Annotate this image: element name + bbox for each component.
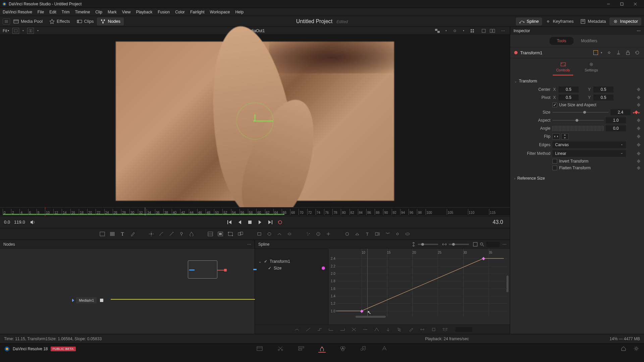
menu-item[interactable]: Fairlight [190, 10, 205, 14]
menu-item[interactable]: Fusion [158, 10, 170, 14]
spline-hflip-icon[interactable] [418, 325, 427, 334]
viewer-option2-dropdown[interactable]: ▾ [460, 28, 468, 34]
cut-page-icon[interactable] [277, 345, 284, 353]
spline-vzoom-icon[interactable] [411, 242, 416, 247]
viewer-more-icon[interactable]: ⋯ [499, 28, 507, 34]
in-timecode[interactable]: 0.0 [4, 220, 10, 225]
menu-item[interactable]: Edit [49, 10, 56, 14]
prender-tool-icon[interactable] [314, 230, 323, 238]
viewer-grid-icon[interactable] [468, 28, 476, 34]
inspector-node-name[interactable]: Transform1 [520, 50, 591, 55]
spline-button[interactable]: Spline [516, 17, 542, 25]
spotlight-tool-icon[interactable] [177, 230, 186, 238]
viewer-layout-icon[interactable] [12, 28, 19, 34]
flip-h-button[interactable] [552, 133, 560, 139]
brush-tool-icon[interactable] [157, 230, 166, 238]
rectangle-mask-icon[interactable] [255, 230, 264, 238]
nodes-canvas[interactable]: MediaIn1 [0, 249, 255, 334]
spline-reverse-icon[interactable] [350, 325, 358, 334]
merge-tool-icon[interactable] [236, 230, 245, 238]
aspect-slider[interactable] [552, 118, 604, 123]
paint-tool-icon[interactable] [128, 230, 137, 238]
media-page-icon[interactable] [256, 345, 263, 353]
tab-tools[interactable]: Tools [549, 37, 574, 45]
aspect-field[interactable]: 1.0 [606, 117, 626, 123]
pemitter-tool-icon[interactable] [324, 230, 333, 238]
spline-zoom-icon[interactable] [480, 242, 484, 247]
pin-icon[interactable] [616, 50, 621, 55]
fairlight-page-icon[interactable] [360, 345, 367, 353]
menu-item[interactable]: DaVinci Resolve [3, 10, 32, 14]
viewer-single-icon[interactable] [480, 28, 488, 34]
color-page-icon[interactable] [339, 345, 346, 353]
transform-tool-icon[interactable] [226, 230, 235, 238]
flip-v-button[interactable] [561, 133, 569, 139]
keyframe-toggle[interactable] [637, 126, 640, 130]
section-transform-header[interactable]: ⌄Transform [514, 77, 640, 85]
size-keyframe-nav[interactable]: ◂▸ [633, 111, 640, 114]
node-mediain[interactable]: MediaIn1 [72, 297, 103, 303]
shape3d-tool-icon[interactable] [343, 230, 352, 238]
pivot-x-field[interactable]: 0.5 [558, 95, 579, 101]
pivot-y-field[interactable]: 0.5 [593, 95, 613, 101]
size-field[interactable]: 2.4 [610, 109, 631, 115]
mediapool-button[interactable]: Media Pool [10, 17, 46, 25]
camera3d-tool-icon[interactable] [373, 230, 382, 238]
keyframes-button[interactable]: Keyframes [542, 17, 577, 25]
viewer-area[interactable] [0, 35, 510, 207]
imageplane3d-tool-icon[interactable] [353, 230, 362, 238]
version-icon[interactable] [593, 50, 598, 55]
angle-dial[interactable] [552, 126, 604, 131]
fastnoise-tool-icon[interactable] [108, 230, 117, 238]
current-timecode[interactable]: 43.0 [493, 219, 503, 225]
spline-fit-icon[interactable] [473, 242, 478, 247]
menu-item[interactable]: Workspace [210, 10, 230, 14]
background-tool-icon[interactable] [98, 230, 107, 238]
renderer3d-tool-icon[interactable] [403, 230, 412, 238]
filter-dropdown[interactable]: Linear⌄ [552, 150, 626, 157]
node-input-port[interactable] [189, 269, 195, 270]
menu-item[interactable]: Mark [108, 10, 117, 14]
first-frame-button[interactable] [226, 219, 233, 226]
spline-time-icon[interactable]: T|T [441, 325, 449, 334]
colorcorrector-tool-icon[interactable] [206, 230, 215, 238]
edit-page-icon[interactable] [298, 345, 305, 353]
home-icon[interactable] [620, 345, 627, 353]
out-timecode[interactable]: 119.0 [14, 220, 25, 225]
spline-stepin-icon[interactable] [327, 325, 335, 334]
spline-more-icon[interactable]: ⋯ [502, 242, 506, 247]
lock-icon[interactable] [625, 50, 631, 55]
spline-graph[interactable]: 1015202530352.42.22.01.81.61.41.21.0↖ [329, 249, 510, 324]
nodes-button[interactable]: Nodes [97, 17, 124, 25]
flatten-checkbox[interactable] [552, 166, 557, 170]
tracker-tool-icon[interactable] [147, 230, 156, 238]
viewer-layout-dropdown-icon[interactable]: ▾ [19, 28, 27, 34]
edges-dropdown[interactable]: Canvas⌄ [552, 141, 626, 148]
spline-hzoom-icon[interactable] [442, 242, 447, 247]
polygon-mask-icon[interactable] [275, 230, 284, 238]
keyframe-toggle[interactable] [637, 118, 640, 122]
wand-tool-icon[interactable] [167, 230, 176, 238]
inspector-button[interactable]: Inspector [609, 17, 641, 25]
menu-item[interactable]: Playback [136, 10, 152, 14]
version-dropdown-icon[interactable]: ▾ [601, 51, 602, 54]
fusion-page-icon[interactable] [318, 345, 326, 353]
last-frame-button[interactable] [266, 219, 274, 226]
menu-item[interactable]: Help [235, 10, 244, 14]
timeline-ruler[interactable]: 0246810121416182022242628303234363840424… [0, 207, 510, 216]
subtab-controls[interactable]: Controls [553, 60, 573, 75]
spline-hzoom-slider[interactable] [449, 244, 469, 245]
keyframe-toggle[interactable] [637, 143, 640, 146]
viewer-sun-icon[interactable] [451, 28, 459, 34]
keyframe-nav-icon[interactable] [606, 50, 612, 55]
viewer-checker-icon[interactable] [433, 28, 441, 34]
section-refsize-header[interactable]: ›Reference Size [514, 174, 640, 183]
spline-ease-icon[interactable] [372, 325, 381, 334]
deliver-page-icon[interactable] [381, 345, 388, 353]
keyframe-toggle[interactable] [637, 134, 640, 138]
keyframe-toggle[interactable] [637, 96, 640, 99]
close-button[interactable] [629, 0, 642, 8]
angle-field[interactable]: 0.0 [606, 125, 626, 131]
viewer-layout2-icon[interactable] [27, 28, 34, 34]
clips-button[interactable]: Clips [73, 17, 97, 25]
